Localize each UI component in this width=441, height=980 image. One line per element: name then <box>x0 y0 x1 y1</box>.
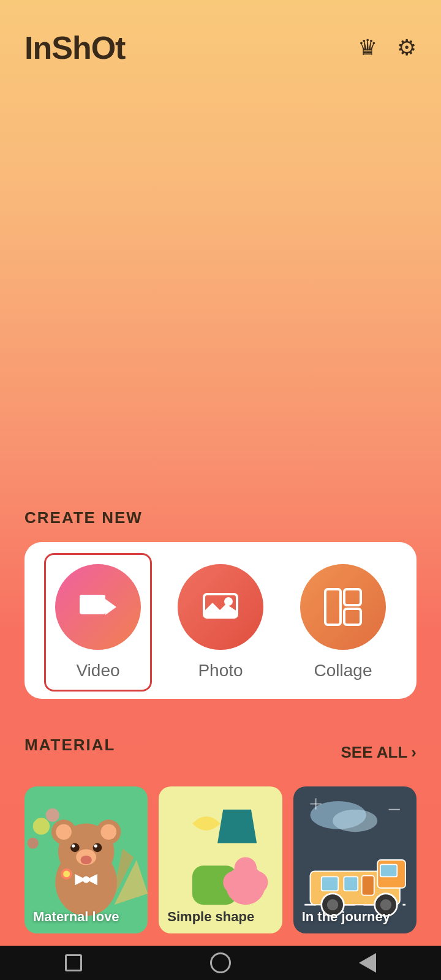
svg-rect-9 <box>344 609 361 625</box>
video-circle <box>55 564 141 650</box>
simple-shape-label: Simple shape <box>167 909 273 925</box>
svg-point-22 <box>81 856 92 865</box>
svg-rect-8 <box>344 589 361 605</box>
settings-icon[interactable]: ⚙ <box>397 35 417 61</box>
collage-circle <box>300 564 386 650</box>
create-new-title: CREATE NEW <box>24 508 417 527</box>
create-new-card: Video Photo <box>24 542 417 699</box>
video-icon <box>77 586 119 628</box>
nav-recent-apps[interactable] <box>58 948 89 978</box>
collage-icon <box>322 586 364 628</box>
material-title: MATERIAL <box>24 736 115 755</box>
material-grid: Maternal love <box>24 786 417 933</box>
material-card-maternal[interactable]: Maternal love <box>24 786 148 933</box>
svg-rect-2 <box>80 595 105 601</box>
photo-label: Photo <box>198 661 243 680</box>
svg-point-25 <box>63 870 70 877</box>
create-video-item[interactable]: Video <box>55 564 141 680</box>
svg-point-26 <box>72 844 75 847</box>
svg-rect-40 <box>344 876 358 891</box>
back-icon <box>359 953 376 973</box>
crown-icon[interactable]: ♛ <box>358 35 377 61</box>
svg-rect-46 <box>361 876 374 895</box>
svg-point-20 <box>93 843 102 853</box>
material-section: MATERIAL SEE ALL › <box>0 716 441 946</box>
create-new-section: CREATE NEW Video <box>0 508 441 716</box>
photo-icon <box>199 586 242 628</box>
svg-rect-41 <box>380 864 397 876</box>
svg-point-10 <box>33 818 50 834</box>
material-card-journey[interactable]: In the journey <box>293 786 417 933</box>
video-label: Video <box>76 661 119 680</box>
see-all-button[interactable]: SEE ALL › <box>341 743 417 762</box>
journey-label: In the journey <box>302 909 408 925</box>
nav-back[interactable] <box>352 948 383 978</box>
svg-point-33 <box>233 873 258 897</box>
svg-point-19 <box>70 843 80 853</box>
svg-point-18 <box>100 824 116 840</box>
maternal-love-label: Maternal love <box>33 909 139 925</box>
home-icon <box>210 952 231 973</box>
header: InShOt ♛ ⚙ <box>0 0 441 78</box>
svg-point-23 <box>83 876 89 883</box>
svg-rect-7 <box>325 589 341 625</box>
hero-area <box>0 78 441 508</box>
chevron-right-icon: › <box>411 743 417 762</box>
material-header: MATERIAL SEE ALL › <box>24 736 417 769</box>
svg-rect-0 <box>80 595 105 614</box>
simple-art: Simple shape <box>159 786 282 933</box>
svg-point-12 <box>28 837 39 848</box>
svg-point-27 <box>94 844 97 847</box>
recent-apps-icon <box>65 954 82 971</box>
nav-home[interactable] <box>205 948 236 978</box>
create-collage-item[interactable]: Collage <box>300 564 386 680</box>
photo-circle <box>178 564 263 650</box>
svg-point-35 <box>333 810 377 832</box>
svg-rect-39 <box>321 876 337 891</box>
material-card-simple[interactable]: Simple shape <box>159 786 282 933</box>
collage-label: Collage <box>314 661 372 680</box>
svg-marker-1 <box>105 599 116 615</box>
maternal-art: Maternal love <box>24 786 148 933</box>
bottom-nav <box>0 946 441 980</box>
svg-point-6 <box>224 597 233 606</box>
header-icons: ♛ ⚙ <box>358 35 417 61</box>
journey-art: In the journey <box>293 786 417 933</box>
svg-point-11 <box>46 809 59 822</box>
create-photo-item[interactable]: Photo <box>178 564 263 680</box>
app-logo: InShOt <box>24 29 125 66</box>
see-all-label: SEE ALL <box>341 743 408 762</box>
svg-point-16 <box>56 824 72 840</box>
